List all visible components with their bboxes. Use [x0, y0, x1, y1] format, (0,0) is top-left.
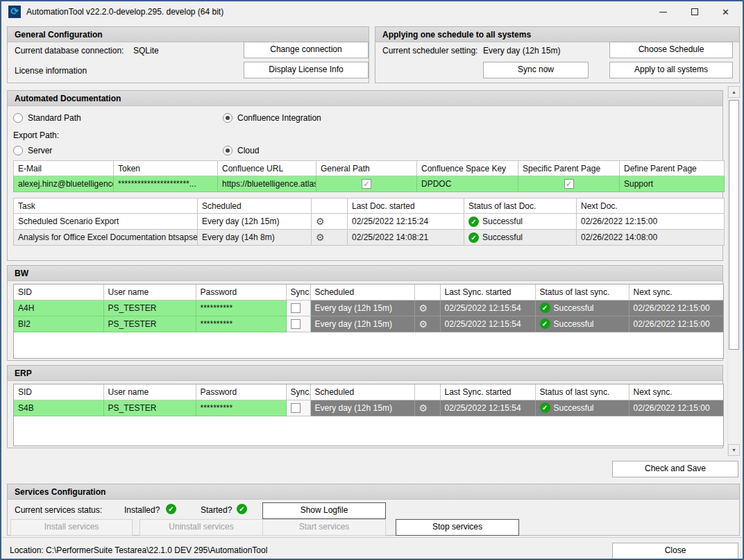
automated-documentation-title: Automated Documentation: [8, 91, 722, 106]
erp-system-row: S4B PS_TESTER ********** Every day (12h …: [14, 400, 724, 416]
col-last-doc-started: Last Doc. started: [348, 198, 464, 214]
general-path-checkbox[interactable]: ✓: [362, 179, 371, 189]
sync-checkbox[interactable]: [291, 319, 301, 329]
middle-scrollbar[interactable]: ▲ ▼: [727, 86, 739, 456]
sync-checkbox[interactable]: [291, 403, 301, 413]
sid-cell[interactable]: S4B: [14, 400, 103, 416]
window-controls: ✕: [648, 1, 741, 22]
next-sync-cell: 02/26/2022 12:15:00: [629, 400, 724, 416]
erp-grid: SID User name Password Sync. Scheduled L…: [13, 384, 724, 446]
bw-title: BW: [8, 266, 722, 281]
confluence-header-row: E-Mail Token Confluence URL General Path…: [14, 161, 725, 176]
schedule-all-title: Applying one schedule to all systems: [375, 27, 739, 42]
installed-check-icon: ✓: [166, 504, 176, 514]
sync-cell[interactable]: [286, 400, 310, 416]
col-password: Password: [196, 384, 286, 400]
schedule-all-group: Applying one schedule to all systems Cur…: [375, 26, 740, 83]
user-cell[interactable]: PS_TESTER: [103, 300, 196, 316]
status-cell: ✓Successful: [535, 316, 629, 332]
services-configuration-title: Services Configuration: [8, 484, 739, 500]
space-key-cell[interactable]: DPDOC: [417, 176, 518, 192]
license-info-label: License information: [15, 66, 87, 76]
col-task: Task: [14, 198, 198, 214]
task-started: 02/25/2022 14:08:21: [348, 230, 464, 246]
started-label: Started?: [201, 505, 232, 515]
uninstall-services-button[interactable]: Uninstall services: [140, 519, 263, 536]
start-services-button[interactable]: Start services: [262, 519, 386, 536]
task-schedule-settings[interactable]: ⚙: [312, 214, 348, 230]
email-cell[interactable]: alexej.hinz@bluetelligence...: [14, 176, 114, 192]
check-and-save-button[interactable]: Check and Save: [612, 461, 738, 477]
scroll-down-button[interactable]: ▼: [728, 444, 740, 456]
confluence-integration-label: Confluence Integration: [237, 113, 321, 123]
sync-cell[interactable]: [286, 316, 310, 332]
show-logfile-button[interactable]: Show Logfile: [262, 502, 386, 519]
minimize-icon: [659, 12, 667, 12]
server-radio[interactable]: [13, 146, 23, 155]
bw-header-row: SID User name Password Sync. Scheduled L…: [14, 285, 724, 300]
scheduler-setting-value: Every day (12h 15m): [483, 46, 560, 56]
specific-parent-checkbox[interactable]: ✓: [564, 179, 574, 189]
close-window-button[interactable]: ✕: [710, 1, 741, 22]
sync-cell[interactable]: [286, 300, 310, 316]
parent-page-cell[interactable]: Support: [620, 176, 725, 192]
sync-now-button[interactable]: Sync now: [483, 62, 589, 78]
sync-checkbox[interactable]: [291, 303, 301, 313]
success-check-icon: ✓: [540, 303, 550, 313]
general-path-cell[interactable]: ✓: [316, 176, 417, 192]
confluence-url-cell[interactable]: https://bluetelligence.atlas...: [218, 176, 316, 192]
status-cell: ✓Successful: [535, 400, 629, 416]
export-path-label: Export Path:: [13, 130, 59, 140]
password-cell[interactable]: **********: [196, 400, 286, 416]
apply-to-all-systems-button[interactable]: Apply to all systems: [609, 62, 733, 78]
schedule-settings-cell[interactable]: ⚙: [414, 400, 440, 416]
task-scheduled: Every day (12h 15m): [198, 214, 312, 230]
success-check-icon: ✓: [468, 217, 479, 227]
schedule-settings-cell[interactable]: ⚙: [414, 316, 440, 332]
scroll-up-icon: ▲: [732, 90, 736, 94]
close-button[interactable]: Close: [612, 543, 738, 559]
scroll-thumb[interactable]: [729, 100, 739, 350]
confluence-integration-radio[interactable]: [223, 113, 232, 123]
stop-services-button[interactable]: Stop services: [396, 519, 519, 536]
password-cell[interactable]: **********: [196, 316, 286, 332]
col-status-last-doc: Status of last Doc.: [464, 198, 577, 214]
task-name: Analysis for Office Excel Documentation …: [14, 230, 198, 246]
erp-title: ERP: [8, 366, 722, 381]
display-license-info-button[interactable]: Display License Info: [244, 62, 369, 78]
task-next: 02/26/2022 14:08:00: [577, 230, 725, 246]
user-cell[interactable]: PS_TESTER: [103, 400, 196, 416]
status-cell: ✓Successful: [535, 300, 629, 316]
col-gear: [312, 198, 348, 214]
gear-icon: ⚙: [316, 232, 325, 243]
user-cell[interactable]: PS_TESTER: [103, 316, 196, 332]
task-scheduled: Every day (14h 8m): [198, 230, 312, 246]
col-user-name: User name: [103, 285, 196, 300]
col-status-last-sync: Status of last sync.: [535, 384, 629, 400]
cloud-radio[interactable]: [223, 146, 232, 155]
password-cell[interactable]: **********: [196, 300, 286, 316]
task-status: ✓Successful: [464, 230, 577, 246]
col-next-sync: Next sync.: [629, 384, 724, 400]
minimize-button[interactable]: [648, 1, 679, 22]
task-header-row: Task Scheduled Last Doc. started Status …: [14, 198, 725, 214]
scroll-up-button[interactable]: ▲: [728, 86, 740, 98]
maximize-button[interactable]: [679, 1, 710, 22]
erp-table: SID User name Password Sync. Scheduled L…: [14, 384, 724, 416]
sid-cell[interactable]: A4H: [14, 300, 103, 316]
success-check-icon: ✓: [540, 319, 550, 329]
standard-path-radio[interactable]: [13, 113, 23, 123]
install-services-button[interactable]: Install services: [10, 519, 133, 536]
schedule-settings-cell[interactable]: ⚙: [414, 300, 440, 316]
started-check-icon: ✓: [237, 504, 247, 514]
col-gear: [414, 384, 440, 400]
success-check-icon: ✓: [468, 232, 479, 243]
change-connection-button[interactable]: Change connection: [244, 42, 369, 58]
confluence-settings-table: E-Mail Token Confluence URL General Path…: [13, 160, 725, 192]
last-sync-cell: 02/25/2022 12:15:54: [440, 316, 535, 332]
task-schedule-settings[interactable]: ⚙: [312, 230, 348, 246]
sid-cell[interactable]: BI2: [14, 316, 103, 332]
token-cell[interactable]: **********************...: [114, 176, 218, 192]
choose-schedule-button[interactable]: Choose Schedule: [609, 42, 733, 58]
specific-parent-cell[interactable]: ✓: [518, 176, 620, 192]
